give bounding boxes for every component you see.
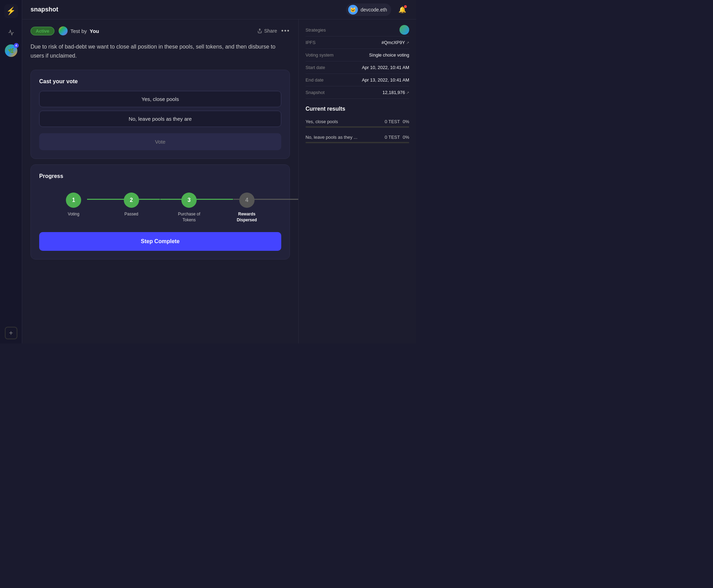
test-by-label: Test by [70,28,87,34]
voting-system-row: Voting system Single choice voting [306,49,409,61]
result-values-1: 0 TEST 0% [385,119,409,124]
result-amount-2: 0 TEST [385,135,400,140]
notification-dot [404,5,407,8]
start-date-row: Start date Apr 10, 2022, 10:41 AM [306,61,409,74]
strategies-avatar [400,25,409,35]
progress-steps: 1 Voting 2 Passed 3 Purchase ofTokens [39,186,281,227]
step-4-circle: 4 [239,193,255,208]
more-options-button[interactable]: ••• [281,27,290,35]
proposal-header: Active Test by You Share ••• [31,26,290,35]
step-complete-button[interactable]: Step Complete [39,232,281,251]
header-actions: Share ••• [257,27,290,35]
results-section: Current results Yes, close pools 0 TEST … [306,99,409,143]
cast-vote-card: Cast your vote Yes, close pools No, leav… [31,70,290,159]
header-right: 🐱 devcode.eth 🔔 [346,3,408,16]
author-you: You [90,28,99,34]
result-row-2: No, leave pools as they ... 0 TEST 0% [306,135,409,140]
result-bar-bg-1 [306,126,409,128]
progress-title: Progress [39,173,281,179]
ipfs-value[interactable]: #QmcXP9Y [381,40,409,45]
author-info: Test by You [59,26,99,35]
result-percent-1: 0% [403,119,409,124]
step-3-label: Purchase ofTokens [178,211,200,223]
pulse-icon[interactable] [5,26,17,39]
notification-badge: 4 [14,43,19,48]
steps-container: 1 Voting 2 Passed 3 Purchase ofTokens [39,186,281,227]
top-header: snapshot 🐱 devcode.eth 🔔 [22,0,416,19]
main-area: snapshot 🐱 devcode.eth 🔔 [22,0,416,343]
snapshot-row: Snapshot 12,181,976 [306,86,409,99]
status-badge: Active [31,27,54,35]
step-4: 4 RewardsDispersed [218,193,276,223]
step-2-label: Passed [124,211,138,217]
step-1-label: Voting [68,211,79,217]
results-title: Current results [306,106,409,112]
result-label-1: Yes, close pools [306,119,338,124]
step-2: 2 Passed [103,193,161,217]
sidebar: ⚡ 🌿 4 + [0,0,22,343]
strategies-row: Strategies [306,19,409,36]
result-row-1: Yes, close pools 0 TEST 0% [306,119,409,124]
ipfs-row: IPFS #QmcXP9Y [306,36,409,49]
step-3-circle: 3 [181,193,197,208]
snapshot-label: Snapshot [306,90,325,95]
ipfs-label: IPFS [306,40,316,45]
end-date-label: End date [306,77,324,83]
progress-card: Progress 1 Voting 2 [31,164,290,259]
right-panel: Strategies IPFS #QmcXP9Y Voting system S… [298,19,416,343]
start-date-value: Apr 10, 2022, 10:41 AM [362,65,409,70]
vote-option-1[interactable]: Yes, close pools [39,91,281,107]
voting-system-value: Single choice voting [369,52,409,58]
content-layout: Active Test by You Share ••• [22,19,416,343]
share-button[interactable]: Share [257,28,277,34]
user-badge[interactable]: 🐱 devcode.eth [346,3,391,16]
step-1: 1 Voting [45,193,103,217]
result-item-2: No, leave pools as they ... 0 TEST 0% [306,135,409,143]
left-panel: Active Test by You Share ••• [22,19,298,343]
notification-bell[interactable]: 🔔 [397,4,408,15]
cast-vote-title: Cast your vote [39,78,281,85]
result-bar-bg-2 [306,142,409,143]
step-2-circle: 2 [124,193,139,208]
vote-button[interactable]: Vote [39,133,281,150]
step-1-circle: 1 [66,193,81,208]
result-values-2: 0 TEST 0% [385,135,409,140]
result-label-2: No, leave pools as they ... [306,135,358,140]
snapshot-value[interactable]: 12,181,976 [383,90,409,95]
app-name: snapshot [31,6,58,13]
add-space-button[interactable]: + [5,327,17,339]
result-item-1: Yes, close pools 0 TEST 0% [306,119,409,128]
voting-system-label: Voting system [306,52,334,58]
result-amount-1: 0 TEST [385,119,400,124]
result-percent-2: 0% [403,135,409,140]
user-avatar-sidebar[interactable]: 🌿 4 [5,44,17,57]
app-logo[interactable]: ⚡ [4,4,18,18]
author-avatar [59,26,68,35]
user-name: devcode.eth [361,7,387,12]
start-date-label: Start date [306,65,325,70]
step-4-label: RewardsDispersed [237,211,257,223]
user-avatar: 🐱 [348,5,358,15]
end-date-value: Apr 13, 2022, 10:41 AM [362,77,409,83]
end-date-row: End date Apr 13, 2022, 10:41 AM [306,74,409,86]
strategies-label: Strategies [306,27,326,33]
step-3: 3 Purchase ofTokens [160,193,218,223]
proposal-description: Due to risk of bad-debt we want to close… [31,42,290,60]
vote-option-2[interactable]: No, leave pools as they are [39,111,281,127]
